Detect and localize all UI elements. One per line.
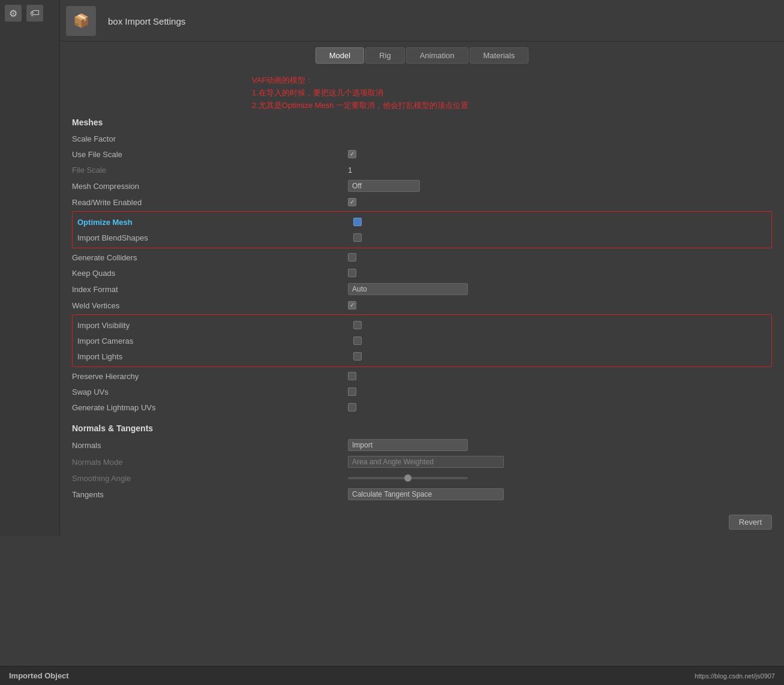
row-import-visibility: Import Visibility — [77, 317, 767, 333]
red-box-import: Import Visibility Import Cameras Import … — [72, 314, 772, 367]
meshes-section-header: Meshes — [72, 118, 772, 127]
checkbox-import-visibility[interactable] — [353, 321, 362, 329]
label-use-file-scale: Use File Scale — [72, 150, 348, 159]
label-smoothing-angle: Smoothing Angle — [72, 474, 348, 483]
row-import-lights: Import Lights — [77, 348, 767, 364]
label-file-scale: File Scale — [72, 166, 348, 175]
checkbox-keep-quads[interactable] — [348, 269, 356, 277]
normals-section-header: Normals & Tangents — [72, 423, 772, 433]
tab-animation[interactable]: Animation — [406, 47, 468, 64]
row-normals-mode: Normals Mode Area and Angle Weighted — [72, 453, 772, 470]
row-import-cameras: Import Cameras — [77, 333, 767, 348]
header: 📦 box Import Settings — [60, 0, 784, 41]
label-generate-lightmap-uvs: Generate Lightmap UVs — [72, 403, 348, 412]
label-normals-mode: Normals Mode — [72, 458, 348, 467]
dropdown-index-format[interactable]: Auto — [348, 283, 468, 295]
label-generate-colliders: Generate Colliders — [72, 253, 348, 262]
checkbox-import-lights[interactable] — [353, 352, 362, 360]
row-scale-factor: Scale Factor — [72, 131, 772, 146]
checkbox-weld-vertices[interactable] — [348, 301, 356, 310]
tab-rig[interactable]: Rig — [365, 47, 405, 64]
checkbox-generate-colliders[interactable] — [348, 253, 356, 262]
checkbox-optimize-mesh[interactable] — [353, 218, 362, 226]
dropdown-tangents-value: Calculate Tangent Space — [352, 490, 432, 498]
dropdown-normals-mode[interactable]: Area and Angle Weighted — [348, 456, 504, 468]
label-import-cameras: Import Cameras — [77, 337, 353, 345]
settings-content: VAF动画的模型： 1.在导入的时候，要把这几个选项取消 2.尤其是Optimi… — [60, 68, 784, 536]
tabs-row: Model Rig Animation Materials — [60, 41, 784, 68]
label-import-visibility: Import Visibility — [77, 321, 353, 330]
annotation-line2: 1.在导入的时候，要把这几个选项取消 — [252, 87, 772, 100]
label-preserve-hierarchy: Preserve Hierarchy — [72, 372, 348, 381]
model-icon: 📦 — [66, 6, 96, 36]
tab-model[interactable]: Model — [316, 47, 364, 64]
row-smoothing-angle: Smoothing Angle — [72, 470, 772, 486]
row-tangents: Tangents Calculate Tangent Space — [72, 486, 772, 503]
dropdown-tangents[interactable]: Calculate Tangent Space — [348, 488, 504, 500]
row-file-scale: File Scale 1 — [72, 162, 772, 178]
toolbar-icon-2[interactable]: 🏷 — [26, 5, 43, 22]
label-keep-quads: Keep Quads — [72, 269, 348, 278]
red-box-optimize: Optimize Mesh Import BlendShapes — [72, 211, 772, 248]
annotation-line3: 2.尤其是Optimize Mesh 一定要取消，他会打乱模型的顶点位置 — [252, 100, 772, 112]
row-use-file-scale: Use File Scale — [72, 146, 772, 162]
label-read-write: Read/Write Enabled — [72, 198, 348, 207]
label-normals: Normals — [72, 441, 348, 450]
label-weld-vertices: Weld Vertices — [72, 301, 348, 310]
dropdown-index-format-value: Auto — [352, 285, 367, 293]
page-title: box Import Settings — [108, 16, 185, 26]
row-generate-lightmap-uvs: Generate Lightmap UVs — [72, 399, 772, 415]
checkbox-use-file-scale[interactable] — [348, 150, 356, 158]
dropdown-mesh-compression[interactable]: Off — [348, 180, 420, 192]
toolbar-icon-1[interactable]: ⚙ — [5, 5, 22, 22]
left-sidebar: ⚙ 🏷 — [0, 0, 60, 536]
dropdown-mesh-compression-value: Off — [352, 182, 362, 190]
label-swap-uvs: Swap UVs — [72, 387, 348, 396]
annotation-block: VAF动画的模型： 1.在导入的时候，要把这几个选项取消 2.尤其是Optimi… — [252, 74, 772, 112]
row-read-write: Read/Write Enabled — [72, 194, 772, 210]
row-optimize-mesh: Optimize Mesh — [77, 214, 767, 230]
row-swap-uvs: Swap UVs — [72, 384, 772, 399]
action-buttons: Revert — [72, 515, 772, 530]
row-index-format: Index Format Auto — [72, 281, 772, 298]
row-mesh-compression: Mesh Compression Off — [72, 178, 772, 194]
smoothing-angle-slider[interactable] — [348, 477, 468, 479]
value-file-scale: 1 — [348, 166, 352, 175]
label-scale-factor: Scale Factor — [72, 134, 348, 143]
annotation-line1: VAF动画的模型： — [252, 74, 772, 87]
row-keep-quads: Keep Quads — [72, 265, 772, 281]
label-import-blendshapes: Import BlendShapes — [77, 233, 353, 242]
imported-object-label: Imported Object — [9, 671, 69, 680]
dropdown-normals[interactable]: Import — [348, 439, 468, 451]
checkbox-preserve-hierarchy[interactable] — [348, 372, 356, 380]
revert-button[interactable]: Revert — [729, 515, 772, 530]
checkbox-read-write[interactable] — [348, 198, 356, 206]
checkbox-generate-lightmap-uvs[interactable] — [348, 403, 356, 411]
dropdown-normals-value: Import — [352, 441, 373, 449]
checkbox-swap-uvs[interactable] — [348, 387, 356, 396]
checkbox-import-blendshapes[interactable] — [353, 233, 362, 242]
dropdown-normals-mode-value: Area and Angle Weighted — [352, 458, 434, 466]
label-tangents: Tangents — [72, 490, 348, 499]
row-weld-vertices: Weld Vertices — [72, 298, 772, 313]
row-generate-colliders: Generate Colliders — [72, 250, 772, 265]
label-mesh-compression: Mesh Compression — [72, 182, 348, 191]
tab-materials[interactable]: Materials — [470, 47, 529, 64]
label-import-lights: Import Lights — [77, 352, 353, 361]
row-import-blendshapes: Import BlendShapes — [77, 230, 767, 245]
bottom-url: https://blog.csdn.net/js0907 — [695, 672, 775, 680]
row-preserve-hierarchy: Preserve Hierarchy — [72, 368, 772, 384]
label-optimize-mesh: Optimize Mesh — [77, 218, 353, 227]
row-normals: Normals Import — [72, 437, 772, 453]
label-index-format: Index Format — [72, 285, 348, 294]
checkbox-import-cameras[interactable] — [353, 337, 362, 345]
bottom-bar: Imported Object https://blog.csdn.net/js… — [0, 666, 784, 685]
